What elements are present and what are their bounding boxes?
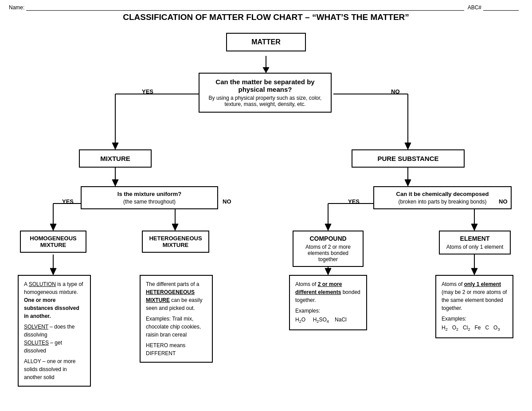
- abc-label: ABC#: [468, 4, 481, 11]
- question2-main: Is the mixture uniform?: [87, 191, 212, 197]
- svg-marker-23: [471, 224, 477, 231]
- element-sub: Atoms of only 1 element: [444, 244, 505, 250]
- yes3-label: YES: [348, 198, 360, 205]
- svg-marker-20: [325, 224, 331, 231]
- no2-label: NO: [223, 198, 231, 205]
- svg-marker-9: [112, 180, 118, 186]
- question3-main: Can it be chemically decomposed: [379, 191, 505, 197]
- element-info: Atoms of only 1 element (may be 2 or mor…: [435, 275, 513, 338]
- svg-marker-1: [263, 67, 269, 73]
- solution-underline: SOLUTION: [29, 281, 56, 287]
- question1-box: Can the matter be separated by physical …: [199, 73, 332, 113]
- no3-label: NO: [499, 198, 508, 205]
- compound-sub: Atoms of 2 or more elements bonded toget…: [298, 244, 358, 262]
- name-label: Name:: [9, 4, 24, 11]
- abc-line: [483, 4, 519, 11]
- svg-marker-25: [50, 268, 56, 275]
- question1-main: Can the matter be separated by physical …: [206, 78, 325, 93]
- svg-marker-14: [50, 224, 56, 231]
- heterogeneous-info: The different parts of a HETEROGENEOUS M…: [140, 275, 213, 363]
- mixture-box: MIXTURE: [79, 149, 152, 168]
- pure-substance-box: PURE SUBSTANCE: [352, 149, 465, 168]
- svg-marker-4: [112, 143, 118, 149]
- homogeneous-title: HOMOGENEOUS MIXTURE: [25, 235, 81, 248]
- homogeneous-info: A SOLUTION is a type of homogeneous mixt…: [18, 275, 91, 387]
- svg-marker-29: [471, 268, 477, 275]
- element-title: ELEMENT: [444, 235, 505, 242]
- question2-sub: (the same throughout): [87, 199, 212, 205]
- name-line: [26, 4, 464, 11]
- svg-marker-27: [325, 268, 331, 275]
- svg-marker-17: [172, 224, 178, 231]
- svg-marker-7: [405, 143, 411, 149]
- yes2-label: YES: [62, 198, 74, 205]
- heterogeneous-title: HETEROGENEOUS MIXTURE: [147, 235, 204, 248]
- compound-title: COMPOUND: [298, 235, 358, 242]
- svg-marker-11: [405, 180, 411, 186]
- question3-box: Can it be chemically decomposed (broken …: [373, 186, 512, 209]
- question1-sub: By using a physical property such as siz…: [206, 95, 325, 107]
- compound-box: COMPOUND Atoms of 2 or more elements bon…: [293, 231, 364, 267]
- element-box: ELEMENT Atoms of only 1 element: [439, 231, 511, 254]
- question2-box: Is the mixture uniform? (the same throug…: [81, 186, 218, 209]
- matter-box: MATTER: [226, 33, 306, 51]
- yes1-label: YES: [142, 88, 153, 95]
- no1-label: NO: [391, 88, 400, 95]
- compound-info: Atoms of 2 or more different elements bo…: [289, 275, 367, 330]
- heterogeneous-box: HETEROGENEOUS MIXTURE: [142, 231, 209, 253]
- homogeneous-box: HOMOGENEOUS MIXTURE: [20, 231, 86, 253]
- question3-sub: (broken into parts by breaking bonds): [379, 199, 505, 205]
- page-title: CLASSIFICATION OF MATTER FLOW CHART – “W…: [9, 12, 523, 22]
